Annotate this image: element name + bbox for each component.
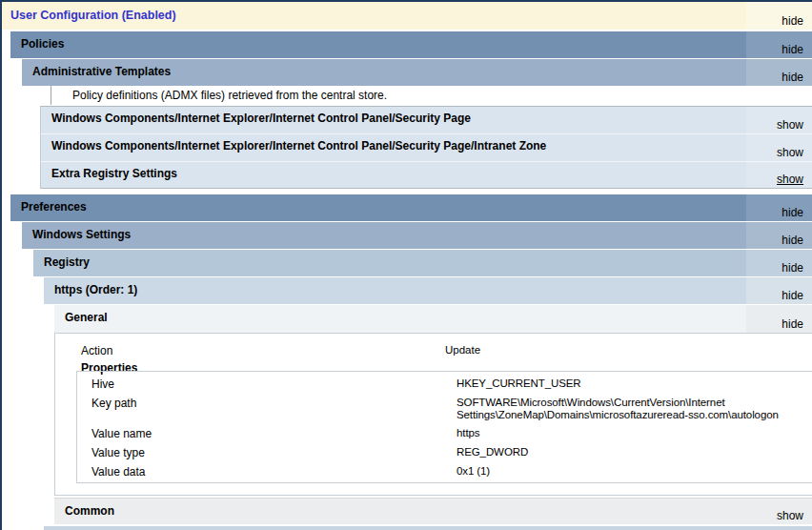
property-value: HKEY_CURRENT_USER bbox=[457, 377, 811, 390]
general-toggle-link[interactable]: hide bbox=[782, 317, 803, 331]
property-value: https bbox=[457, 427, 811, 439]
user-configuration-title: User Configuration (Enabled) bbox=[10, 9, 176, 22]
band-registry-item-https[interactable]: https (Order: 1) hide bbox=[44, 277, 812, 304]
band-preferences[interactable]: Preferences hide bbox=[10, 194, 812, 221]
properties-table: Hive HKEY_CURRENT_USER Key path SOFTWARE… bbox=[76, 371, 812, 483]
action-label: Action bbox=[81, 344, 112, 357]
policy-group-security-page[interactable]: Windows Components/Internet Explorer/Int… bbox=[40, 106, 812, 133]
band-administrative-templates[interactable]: Administrative Templates hide bbox=[22, 59, 812, 86]
action-value: Update bbox=[445, 344, 480, 356]
preferences-toggle-link[interactable]: hide bbox=[782, 206, 803, 219]
policy-group-title: Windows Components/Internet Explorer/Int… bbox=[51, 139, 546, 153]
registry-toggle-link[interactable]: hide bbox=[782, 261, 803, 275]
preferences-title: Preferences bbox=[21, 200, 87, 214]
admx-central-store-note: Policy definitions (ADMX files) retrieve… bbox=[51, 86, 812, 105]
policy-group-title: Extra Registry Settings bbox=[51, 167, 177, 180]
registry-title: Registry bbox=[44, 255, 90, 269]
property-label: Value data bbox=[91, 465, 146, 479]
registry-item-toggle-link[interactable]: hide bbox=[782, 289, 803, 302]
band-common[interactable]: Common show bbox=[54, 498, 812, 524]
common-title: Common bbox=[65, 504, 114, 518]
administrative-templates-title: Administrative Templates bbox=[32, 65, 171, 78]
property-value: 0x1 (1) bbox=[457, 465, 811, 478]
policies-title: Policies bbox=[21, 37, 64, 51]
band-registry[interactable]: Registry hide bbox=[33, 250, 812, 276]
policy-group-toggle-link[interactable]: show bbox=[777, 118, 803, 132]
band-windows-settings[interactable]: Windows Settings hide bbox=[22, 222, 812, 249]
band-user-configuration[interactable]: User Configuration (Enabled) hide bbox=[2, 2, 812, 30]
policy-group-title: Windows Components/Internet Explorer/Int… bbox=[51, 112, 471, 125]
general-title: General bbox=[65, 311, 108, 324]
registry-item-title: https (Order: 1) bbox=[54, 283, 137, 296]
general-details-panel: Action Update Properties Hive HKEY_CURRE… bbox=[54, 334, 812, 496]
property-label: Value name bbox=[91, 427, 152, 440]
next-registry-item-band-partial[interactable] bbox=[44, 526, 812, 530]
user-configuration-toggle-link[interactable]: hide bbox=[782, 14, 803, 28]
property-value: REG_DWORD bbox=[457, 446, 811, 459]
property-value: SOFTWARE\Microsoft\Windows\CurrentVersio… bbox=[457, 397, 811, 421]
property-label: Key path bbox=[91, 397, 136, 410]
report-border-left bbox=[0, 0, 2, 530]
gpo-report: User Configuration (Enabled) hide Polici… bbox=[0, 0, 812, 530]
band-general[interactable]: General hide bbox=[54, 305, 812, 334]
band-policies[interactable]: Policies hide bbox=[10, 31, 812, 58]
common-toggle-link[interactable]: show bbox=[777, 509, 803, 522]
policy-group-intranet-zone[interactable]: Windows Components/Internet Explorer/Int… bbox=[40, 133, 812, 161]
windows-settings-toggle-link[interactable]: hide bbox=[782, 234, 803, 247]
policy-group-toggle-link[interactable]: show bbox=[777, 146, 803, 159]
property-label: Value type bbox=[91, 446, 145, 459]
administrative-templates-toggle-link[interactable]: hide bbox=[782, 71, 803, 84]
policy-group-toggle-link[interactable]: show bbox=[777, 173, 803, 186]
property-label: Hive bbox=[91, 377, 114, 391]
policies-toggle-link[interactable]: hide bbox=[782, 43, 803, 56]
policy-group-extra-registry-settings[interactable]: Extra Registry Settings show bbox=[40, 161, 812, 189]
windows-settings-title: Windows Settings bbox=[32, 228, 131, 241]
